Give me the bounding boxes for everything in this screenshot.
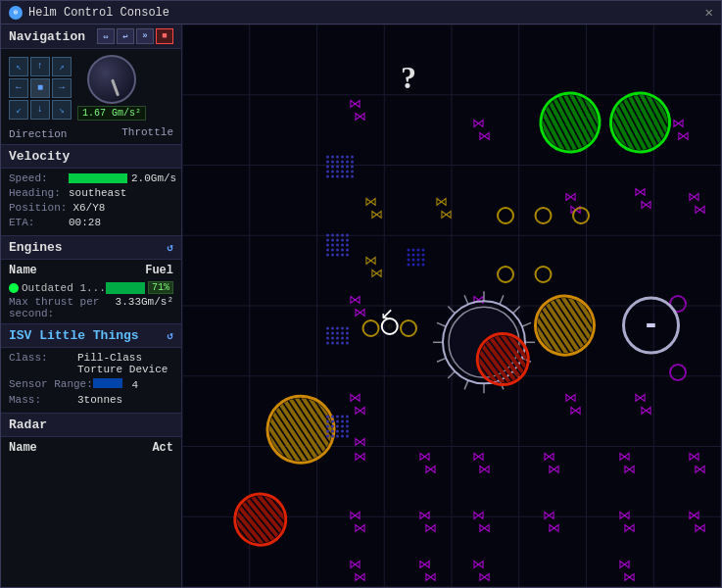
engines-label: Engines: [9, 240, 63, 255]
heading-value: southeast: [69, 187, 126, 199]
heading-row: Heading: southeast: [9, 187, 173, 199]
arrow-se[interactable]: ↘: [52, 100, 72, 120]
isv-sensor-value: 4: [93, 378, 138, 391]
radar-col-act: Act: [152, 441, 173, 455]
isv-class-label: Class:: [9, 352, 77, 375]
velocity-content: Speed: 2.0Gm/s Heading: southeast Positi…: [1, 169, 181, 235]
position-row: Position: X6/Y8: [9, 202, 173, 214]
position-value: X6/Y8: [72, 202, 105, 214]
direction-controls: ↖ ↑ ↗ ← ■ → ↙ ↓ ↘ 1.67 Gm/s²: [1, 49, 181, 126]
heading-label: Heading:: [9, 187, 63, 199]
close-button[interactable]: ✕: [705, 4, 713, 21]
fuel-pct: 71%: [148, 281, 173, 294]
isv-mass-row: Mass: 3tonnes: [9, 394, 173, 406]
velocity-header: Velocity: [1, 145, 181, 169]
thrust-value: 3.33Gm/s²: [116, 296, 173, 319]
speed-row: Speed: 2.0Gm/s: [9, 172, 173, 184]
navigation-label: Navigation: [9, 29, 85, 44]
window-icon: ⊕: [9, 6, 23, 20]
nav-btn-return[interactable]: ↩: [117, 28, 134, 44]
left-panel: Navigation ⇔ ↩ » ■ ↖ ↑ ↗ ← ■ →: [1, 24, 182, 587]
engine-status-dot: [9, 283, 19, 293]
space-map[interactable]: [182, 24, 721, 587]
isv-class-row: Class: Pill-Class Torture Device: [9, 352, 173, 375]
nav-btn-exchange[interactable]: ⇔: [97, 28, 115, 44]
engines-content: Name Fuel Outdated 1... 71%: [1, 260, 181, 323]
nav-btn-stop[interactable]: ■: [156, 28, 173, 44]
position-label: Position:: [9, 202, 67, 214]
speed-bar: [69, 173, 127, 183]
throttle-label: Throttle: [121, 126, 173, 140]
arrow-s[interactable]: ↓: [30, 100, 50, 120]
radar-label: Radar: [9, 417, 47, 432]
eta-value: 00:28: [69, 217, 101, 228]
thrust-label: Max thrust per second:: [9, 296, 112, 319]
isv-mass-label: Mass:: [9, 394, 77, 406]
radar-col-name: Name: [9, 441, 37, 455]
eta-label: ETA:: [9, 217, 63, 228]
radar-content: Name Act: [1, 437, 181, 459]
navigation-header: Navigation ⇔ ↩ » ■: [1, 24, 181, 49]
map-canvas: [182, 24, 721, 587]
isv-mass-value: 3tonnes: [77, 394, 122, 406]
engines-reload-icon[interactable]: ↺: [167, 241, 173, 254]
sensor-bar: [93, 378, 122, 388]
radar-header-row: Name Act: [9, 441, 173, 455]
engine-name: Outdated 1...: [22, 282, 106, 294]
arrow-center[interactable]: ■: [30, 78, 50, 98]
radar-header: Radar: [1, 414, 181, 437]
eta-row: ETA: 00:28: [9, 217, 173, 228]
isv-sensor-row: Sensor Range: 4: [9, 378, 173, 391]
throttle-value: 1.67 Gm/s²: [77, 106, 146, 121]
arrow-ne[interactable]: ↗: [52, 57, 72, 76]
isv-section: ISV Little Things ↺ Class: Pill-Class To…: [1, 323, 181, 413]
engines-header: Engines ↺: [1, 236, 181, 260]
titlebar: ⊕ Helm Control Console ✕: [1, 1, 721, 24]
engines-col-name: Name: [9, 264, 37, 277]
engines-col-fuel: Fuel: [145, 264, 173, 277]
isv-sensor-label: Sensor Range:: [9, 378, 93, 391]
throttle-area: 1.67 Gm/s²: [77, 55, 146, 121]
engine-row: Outdated 1... 71%: [9, 281, 173, 294]
knob-indicator: [111, 78, 120, 96]
arrow-sw[interactable]: ↙: [9, 100, 28, 120]
engine-fuel-container: 71%: [106, 281, 173, 294]
engine-name-container: Outdated 1...: [9, 282, 106, 294]
window-title: Helm Control Console: [28, 6, 705, 20]
engine-thrust: Max thrust per second: 3.33Gm/s²: [9, 296, 173, 319]
nav-buttons: ⇔ ↩ » ■: [97, 28, 173, 44]
direction-label: Direction: [9, 128, 67, 140]
velocity-section: Velocity Speed: 2.0Gm/s Heading: southea…: [1, 144, 181, 235]
engines-section: Engines ↺ Name Fuel Outdated 1...: [1, 235, 181, 323]
isv-header: ISV Little Things ↺: [1, 324, 181, 348]
main-content: Navigation ⇔ ↩ » ■ ↖ ↑ ↗ ← ■ →: [1, 24, 721, 587]
radar-section: Radar Name Act: [1, 413, 181, 459]
isv-class-value: Pill-Class Torture Device: [77, 352, 173, 375]
engines-table-header: Name Fuel: [9, 264, 173, 277]
throttle-knob[interactable]: [87, 55, 136, 104]
arrow-grid: ↖ ↑ ↗ ← ■ → ↙ ↓ ↘: [9, 57, 72, 120]
isv-content: Class: Pill-Class Torture Device Sensor …: [1, 348, 181, 413]
arrow-nw[interactable]: ↖: [9, 57, 28, 76]
nav-header-left: Navigation: [9, 29, 85, 44]
speed-bar-container: 2.0Gm/s: [69, 172, 176, 184]
isv-label: ISV Little Things: [9, 328, 139, 343]
arrow-n[interactable]: ↑: [30, 57, 50, 76]
sensor-number: 4: [131, 379, 138, 391]
nav-btn-skip[interactable]: »: [136, 28, 154, 44]
fuel-bar: [106, 282, 145, 294]
speed-value: 2.0Gm/s: [131, 172, 176, 184]
arrow-e[interactable]: →: [52, 78, 72, 98]
isv-reload-icon[interactable]: ↺: [167, 329, 173, 342]
speed-label: Speed:: [9, 172, 63, 184]
main-window: ⊕ Helm Control Console ✕ Navigation ⇔ ↩ …: [0, 0, 722, 588]
velocity-label: Velocity: [9, 149, 70, 164]
dir-throttle-labels: Direction Throttle: [1, 126, 181, 144]
arrow-w[interactable]: ←: [9, 78, 28, 98]
